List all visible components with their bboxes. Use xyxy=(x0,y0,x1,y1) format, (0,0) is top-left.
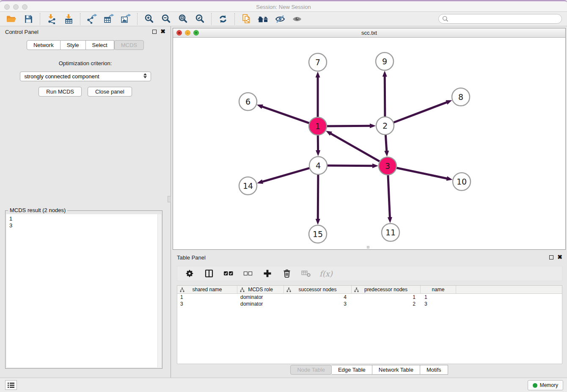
graph-node-7[interactable]: 7 xyxy=(309,53,327,71)
result-scrollbar[interactable] xyxy=(157,214,161,367)
save-session-icon[interactable] xyxy=(22,13,34,25)
table-row[interactable]: 3 dominator 3 2 3 xyxy=(177,301,562,307)
graph-node-3[interactable]: 3 xyxy=(379,157,396,175)
edge-1-6[interactable] xyxy=(257,105,310,124)
column-header-successor-nodes[interactable]: successor nodes xyxy=(284,286,352,294)
graph-node-6[interactable]: 6 xyxy=(239,93,257,110)
network-canvas[interactable]: 7968124314101511 xyxy=(173,38,565,249)
hide-graphics-icon[interactable] xyxy=(274,13,286,25)
cell-name[interactable]: 1 xyxy=(421,294,456,301)
edge-3-10[interactable] xyxy=(396,168,453,181)
task-history-button[interactable] xyxy=(5,380,17,390)
show-eye-icon[interactable] xyxy=(291,13,303,25)
edge-4-15[interactable] xyxy=(316,174,320,225)
zoom-selected-icon[interactable] xyxy=(194,13,206,25)
graph-node-15[interactable]: 15 xyxy=(309,225,327,243)
edge-1-4[interactable] xyxy=(316,134,320,156)
delete-column-icon[interactable] xyxy=(281,267,293,280)
run-mcds-button[interactable]: Run MCDS xyxy=(39,87,82,97)
import-network-icon[interactable] xyxy=(46,13,58,25)
graph-node-14[interactable]: 14 xyxy=(239,177,257,195)
svg-text:10: 10 xyxy=(457,177,467,186)
tab-mcds[interactable]: MCDS xyxy=(114,40,144,50)
control-panel-tabs: Network Style Select MCDS xyxy=(0,40,171,50)
cell-shared-name[interactable]: 1 xyxy=(177,294,237,301)
zoom-out-icon[interactable] xyxy=(160,13,172,25)
canvas-grip-handle[interactable] xyxy=(367,246,369,248)
column-type-icon xyxy=(286,287,291,292)
edge-4-3[interactable] xyxy=(326,163,378,168)
tab-select[interactable]: Select xyxy=(86,40,114,50)
criterion-dropdown[interactable]: strongly connected component xyxy=(20,72,151,81)
cell-successor-nodes[interactable]: 3 xyxy=(284,301,352,307)
cell-successor-nodes[interactable]: 4 xyxy=(284,294,352,301)
edge-4-14[interactable] xyxy=(257,168,311,184)
graph-node-8[interactable]: 8 xyxy=(452,88,470,106)
graph-node-2[interactable]: 2 xyxy=(376,117,394,135)
cell-predecessor-nodes[interactable]: 2 xyxy=(352,301,421,307)
delete-table-icon xyxy=(300,267,313,280)
export-table-icon[interactable] xyxy=(103,13,115,25)
close-table-panel-icon[interactable]: ✖ xyxy=(557,255,562,259)
edge-2-3[interactable] xyxy=(384,134,389,157)
panel-splitter-handle[interactable] xyxy=(168,196,171,202)
edge-3-11[interactable] xyxy=(388,174,392,223)
memory-label: Memory xyxy=(540,382,558,388)
open-file-icon[interactable] xyxy=(6,13,17,25)
cell-mcds-role[interactable]: dominator xyxy=(237,301,284,307)
edge-3-1[interactable] xyxy=(326,131,380,162)
network-minimize-icon[interactable]: − xyxy=(185,30,190,36)
cell-predecessor-nodes[interactable]: 1 xyxy=(352,294,421,301)
zoom-fit-icon[interactable] xyxy=(177,13,189,25)
cell-mcds-role[interactable]: dominator xyxy=(237,294,284,301)
edge-2-8[interactable] xyxy=(393,100,452,123)
graph-node-1[interactable]: 1 xyxy=(309,117,327,135)
graph-node-4[interactable]: 4 xyxy=(309,157,327,174)
mcds-result-item[interactable]: 1 xyxy=(9,215,161,222)
edge-2-9[interactable] xyxy=(383,71,387,118)
column-header-predecessor-nodes[interactable]: predecessor nodes xyxy=(352,286,421,294)
network-graph[interactable]: 7968124314101511 xyxy=(173,38,565,249)
tab-edge-table[interactable]: Edge Table xyxy=(332,365,372,375)
tab-node-table[interactable]: Node Table xyxy=(290,365,332,375)
deselect-all-checks-icon[interactable] xyxy=(242,267,254,280)
column-options-icon[interactable] xyxy=(203,267,215,280)
table-row[interactable]: 1 dominator 4 1 1 xyxy=(177,294,562,301)
export-image-icon[interactable] xyxy=(120,13,132,25)
refresh-layout-icon[interactable] xyxy=(217,13,229,25)
list-icon xyxy=(7,382,15,388)
float-table-panel-icon[interactable] xyxy=(549,255,553,259)
close-panel-button[interactable]: Close panel xyxy=(88,87,132,97)
column-header-name[interactable]: name xyxy=(421,286,456,294)
tab-style[interactable]: Style xyxy=(61,40,86,50)
select-all-checks-icon[interactable] xyxy=(222,267,235,280)
network-close-icon[interactable]: ✕ xyxy=(176,30,182,36)
graph-node-9[interactable]: 9 xyxy=(376,52,394,70)
network-maximize-icon[interactable]: + xyxy=(193,30,199,36)
close-panel-icon[interactable]: ✖ xyxy=(160,29,165,34)
edge-1-2[interactable] xyxy=(326,124,376,128)
network-window-titlebar[interactable]: ✕ − + scc.txt xyxy=(173,28,565,38)
cell-shared-name[interactable]: 3 xyxy=(177,301,237,307)
home-icon[interactable] xyxy=(257,13,269,25)
settings-gear-icon[interactable] xyxy=(183,267,196,280)
import-table-icon[interactable] xyxy=(63,13,74,25)
tab-motifs[interactable]: Motifs xyxy=(420,365,448,375)
column-header-shared-name[interactable]: shared name xyxy=(177,286,237,294)
zoom-in-icon[interactable] xyxy=(143,13,155,25)
search-input[interactable] xyxy=(438,14,562,24)
cell-name[interactable]: 3 xyxy=(421,301,456,307)
edge-1-7[interactable] xyxy=(316,72,320,118)
column-header-mcds-role[interactable]: MCDS role xyxy=(237,286,284,294)
tab-network-table[interactable]: Network Table xyxy=(372,365,420,375)
graph-node-10[interactable]: 10 xyxy=(453,173,471,190)
export-network-icon[interactable] xyxy=(86,13,98,25)
clone-network-icon[interactable] xyxy=(240,13,252,25)
mcds-result-item[interactable]: 3 xyxy=(9,222,161,229)
add-column-icon[interactable] xyxy=(261,267,274,280)
tab-network[interactable]: Network xyxy=(27,40,61,50)
memory-button[interactable]: Memory xyxy=(528,380,563,390)
mcds-result-list[interactable]: 1 3 xyxy=(6,214,161,367)
float-panel-icon[interactable] xyxy=(152,30,157,34)
graph-node-11[interactable]: 11 xyxy=(382,224,399,241)
